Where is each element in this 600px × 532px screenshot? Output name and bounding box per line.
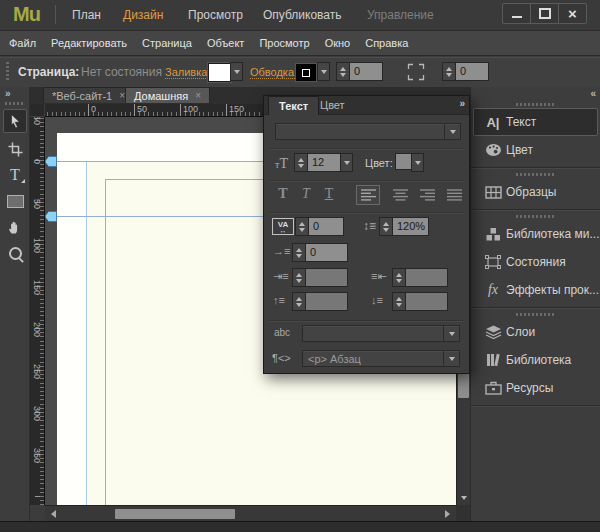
- fill-swatch[interactable]: [208, 63, 231, 82]
- menu-view[interactable]: Просмотр: [259, 37, 309, 49]
- hand-tool-icon: [7, 219, 23, 235]
- text-color-swatch[interactable]: [395, 153, 412, 170]
- dock-item-swatches[interactable]: Образцы: [473, 178, 598, 206]
- expand-panel-icon[interactable]: »: [5, 88, 9, 99]
- crop-tool-button[interactable]: [3, 137, 27, 161]
- zoom-tool-button[interactable]: [3, 241, 27, 265]
- collapse-dock-icon[interactable]: «: [590, 88, 594, 99]
- align-left-button[interactable]: [356, 185, 380, 205]
- space-before-stepper[interactable]: [292, 292, 306, 311]
- horizontal-scrollbar[interactable]: [45, 505, 456, 521]
- stroke-width-stepper[interactable]: [336, 62, 350, 81]
- mode-tab-publish[interactable]: Опубликовать: [263, 8, 341, 22]
- fill-link[interactable]: Заливка:: [165, 66, 210, 79]
- horizontal-scrollbar-thumb[interactable]: [115, 509, 235, 519]
- mode-tab-plan[interactable]: План: [72, 8, 101, 22]
- scroll-right-button[interactable]: [441, 507, 454, 521]
- vertical-guide[interactable]: [86, 161, 87, 505]
- first-line-indent-stepper[interactable]: [292, 243, 306, 262]
- stroke-dropdown-button[interactable]: [317, 62, 330, 81]
- menu-help[interactable]: Справка: [365, 37, 408, 49]
- panel-dock: « A| Текст Цвет Образцы Библиотека ми...: [470, 87, 600, 521]
- paragraph-tag-select[interactable]: <p> Абзац: [302, 350, 460, 367]
- drag-grip-icon[interactable]: [516, 173, 556, 176]
- hand-tool-button[interactable]: [3, 215, 27, 239]
- space-before-input[interactable]: [305, 292, 348, 311]
- font-size-stepper[interactable]: [294, 153, 308, 172]
- right-indent-icon: ≡⇤: [371, 270, 387, 283]
- document-tab-home[interactable]: Домашняя ×: [125, 87, 210, 103]
- leading-stepper[interactable]: [379, 217, 393, 236]
- corner-radius-input[interactable]: 0: [455, 62, 489, 81]
- guide-handle-icon[interactable]: [45, 211, 57, 222]
- align-right-button[interactable]: [415, 185, 439, 205]
- stroke-square-icon: [302, 69, 310, 77]
- dock-item-scroll-effects[interactable]: fx Эффекты прок...: [473, 276, 598, 304]
- menu-object[interactable]: Объект: [207, 37, 244, 49]
- text-panel: Текст Цвет » тТ 12 Цвет: T T T: [263, 95, 470, 374]
- close-icon[interactable]: ×: [195, 91, 201, 101]
- align-center-button[interactable]: [388, 185, 412, 205]
- right-indent-stepper[interactable]: [392, 268, 406, 287]
- right-indent-input[interactable]: [405, 268, 448, 287]
- dock-item-widgets-library[interactable]: Библиотека ми...: [473, 220, 598, 248]
- tracking-input[interactable]: 0: [308, 217, 344, 236]
- menu-page[interactable]: Страница: [142, 37, 192, 49]
- drag-grip-icon[interactable]: [516, 103, 556, 106]
- stepper-up-icon: [340, 67, 346, 71]
- menu-file[interactable]: Файл: [9, 37, 36, 49]
- menu-edit[interactable]: Редактировать: [51, 37, 127, 49]
- underline-button[interactable]: T: [318, 186, 340, 202]
- maximize-button[interactable]: [530, 3, 558, 24]
- vertical-scrollbar-thumb[interactable]: [458, 373, 469, 398]
- drag-grip-icon[interactable]: [5, 102, 25, 105]
- fill-dropdown-button[interactable]: [230, 62, 243, 81]
- tracking-stepper[interactable]: [295, 217, 309, 236]
- left-indent-stepper[interactable]: [292, 268, 306, 287]
- scroll-down-button[interactable]: [457, 491, 470, 505]
- dock-item-states[interactable]: Состояния: [473, 248, 598, 276]
- document-tab-website[interactable]: *Веб-сайт-1 ×: [43, 87, 134, 103]
- vertical-ruler[interactable]: 50 0 50 100 150 200 250 300 350: [30, 117, 45, 505]
- dock-item-text[interactable]: A| Текст: [473, 108, 598, 136]
- rectangle-tool-button[interactable]: [3, 189, 27, 213]
- expand-panel-icon[interactable]: »: [459, 98, 463, 109]
- leading-input[interactable]: 120%: [392, 217, 429, 236]
- font-family-select[interactable]: [275, 123, 461, 140]
- space-after-input[interactable]: [405, 292, 448, 311]
- tab-color[interactable]: Цвет: [310, 96, 355, 115]
- drag-grip-icon[interactable]: [516, 215, 556, 218]
- mode-tab-preview[interactable]: Просмотр: [188, 8, 243, 22]
- dock-item-assets[interactable]: Ресурсы: [473, 374, 598, 402]
- mode-tab-design[interactable]: Дизайн: [123, 8, 163, 22]
- italic-button[interactable]: T: [295, 186, 317, 202]
- text-color-dropdown[interactable]: [411, 153, 424, 172]
- left-indent-input[interactable]: [305, 268, 348, 287]
- align-left-icon: [361, 189, 376, 201]
- dock-item-color[interactable]: Цвет: [473, 136, 598, 164]
- font-size-input[interactable]: 12: [307, 153, 341, 172]
- link-style-select[interactable]: [302, 325, 460, 342]
- space-after-stepper[interactable]: [392, 292, 406, 311]
- space-after-icon: ↓≡: [371, 294, 383, 306]
- stroke-link[interactable]: Обводка:: [250, 66, 297, 79]
- selection-tool-button[interactable]: [3, 109, 27, 133]
- dock-item-library[interactable]: Библиотека: [473, 346, 598, 374]
- corner-radius-stepper[interactable]: [442, 62, 456, 81]
- guide-handle-icon[interactable]: [45, 156, 57, 167]
- align-justify-button[interactable]: [442, 185, 466, 205]
- stepper-down-icon: [446, 73, 452, 77]
- scroll-left-button[interactable]: [47, 507, 60, 521]
- minimize-button[interactable]: [502, 3, 530, 24]
- first-line-indent-input[interactable]: 0: [305, 243, 348, 262]
- drag-grip-icon[interactable]: [6, 62, 9, 82]
- dock-item-layers[interactable]: Слои: [473, 318, 598, 346]
- font-size-dropdown[interactable]: [340, 153, 353, 172]
- close-button[interactable]: ×: [558, 3, 587, 24]
- stroke-width-input[interactable]: 0: [349, 62, 383, 81]
- text-tool-button[interactable]: T: [3, 163, 27, 187]
- menu-window[interactable]: Окно: [325, 37, 351, 49]
- stroke-swatch[interactable]: [295, 63, 317, 82]
- bold-button[interactable]: T: [272, 186, 294, 202]
- drag-grip-icon[interactable]: [516, 313, 556, 316]
